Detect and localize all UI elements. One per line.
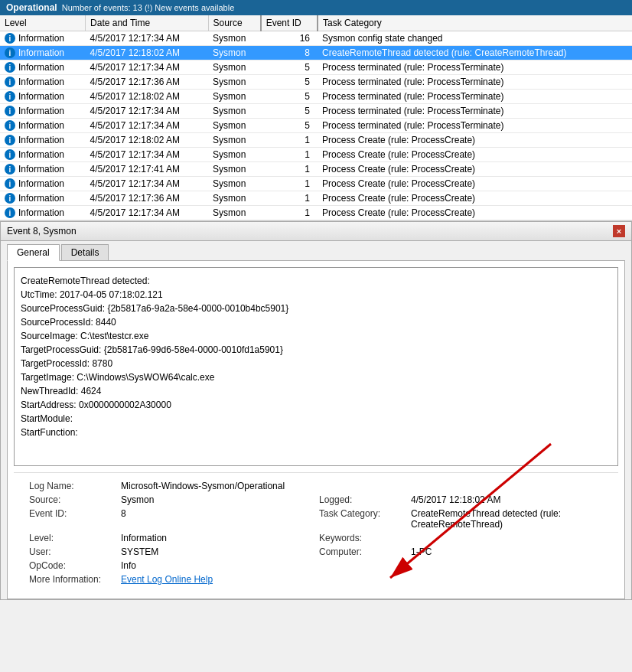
eventid-cell: 16 bbox=[261, 31, 318, 46]
datetime-cell: 4/5/2017 12:17:34 AM bbox=[86, 31, 208, 46]
level-cell: iInformation bbox=[0, 75, 86, 90]
datetime-cell: 4/5/2017 12:17:34 AM bbox=[86, 148, 208, 162]
event-id-label: Event ID: bbox=[26, 507, 118, 531]
info-icon: i bbox=[5, 149, 15, 160]
info-icon: i bbox=[5, 106, 15, 116]
source-cell: Sysmon bbox=[208, 60, 261, 75]
info-icon: i bbox=[5, 193, 15, 204]
table-row[interactable]: iInformation4/5/2017 12:17:34 AMSysmon5P… bbox=[0, 119, 632, 133]
datetime-cell: 4/5/2017 12:18:02 AM bbox=[86, 46, 208, 60]
category-cell: Process terminated (rule: ProcessTermina… bbox=[318, 75, 632, 90]
source-cell: Sysmon bbox=[208, 162, 261, 177]
source-cell: Sysmon bbox=[208, 90, 261, 104]
category-cell: Process Create (rule: ProcessCreate) bbox=[318, 206, 632, 220]
level-text: Information bbox=[18, 207, 64, 218]
col-level[interactable]: Level bbox=[0, 15, 86, 31]
col-eventid[interactable]: Event ID bbox=[261, 15, 318, 31]
level-cell: iInformation bbox=[0, 133, 86, 148]
level-cell: iInformation bbox=[0, 46, 86, 60]
user-value: SYSTEM bbox=[118, 545, 316, 559]
category-cell: Process Create (rule: ProcessCreate) bbox=[318, 148, 632, 162]
top-bar-title: Operational bbox=[6, 2, 57, 13]
source-cell: Sysmon bbox=[208, 31, 261, 46]
datetime-cell: 4/5/2017 12:18:02 AM bbox=[86, 133, 208, 148]
level-text: Information bbox=[18, 193, 64, 204]
tab-general[interactable]: General bbox=[7, 244, 60, 261]
opcode-value: Info bbox=[118, 559, 316, 573]
info-icon: i bbox=[5, 164, 15, 175]
datetime-cell: 4/5/2017 12:17:34 AM bbox=[86, 206, 208, 220]
table-row[interactable]: iInformation4/5/2017 12:18:02 AMSysmon8C… bbox=[0, 46, 632, 60]
level-text: Information bbox=[18, 120, 64, 131]
log-name-value: Microsoft-Windows-Sysmon/Operational bbox=[118, 479, 606, 493]
top-bar-info: Number of events: 13 (!) New events avai… bbox=[62, 3, 235, 12]
col-source[interactable]: Source bbox=[208, 15, 261, 31]
event-id-value: 8 bbox=[118, 507, 316, 531]
table-row[interactable]: iInformation4/5/2017 12:17:34 AMSysmon1P… bbox=[0, 177, 632, 191]
source-cell: Sysmon bbox=[208, 191, 261, 206]
eventid-cell: 5 bbox=[261, 119, 318, 133]
source-cell: Sysmon bbox=[208, 119, 261, 133]
level-cell: iInformation bbox=[0, 90, 86, 104]
level-value: Information bbox=[118, 531, 316, 545]
datetime-cell: 4/5/2017 12:17:36 AM bbox=[86, 191, 208, 206]
eventid-cell: 5 bbox=[261, 60, 318, 75]
eventid-cell: 5 bbox=[261, 104, 318, 119]
category-cell: Process terminated (rule: ProcessTermina… bbox=[318, 104, 632, 119]
close-button[interactable]: × bbox=[613, 225, 625, 237]
level-text: Information bbox=[18, 62, 64, 73]
category-cell: Process Create (rule: ProcessCreate) bbox=[318, 162, 632, 177]
datetime-cell: 4/5/2017 12:18:02 AM bbox=[86, 90, 208, 104]
event-table: Level Date and Time Source Event ID Task… bbox=[0, 15, 632, 220]
level-cell: iInformation bbox=[0, 162, 86, 177]
info-icon: i bbox=[5, 91, 15, 102]
keywords-value bbox=[408, 531, 606, 545]
event-log-link[interactable]: Event Log Online Help bbox=[121, 574, 213, 585]
table-row[interactable]: iInformation4/5/2017 12:18:02 AMSysmon1P… bbox=[0, 133, 632, 148]
table-row[interactable]: iInformation4/5/2017 12:17:36 AMSysmon5P… bbox=[0, 75, 632, 90]
source-cell: Sysmon bbox=[208, 177, 261, 191]
source-label: Source: bbox=[26, 493, 118, 507]
source-cell: Sysmon bbox=[208, 75, 261, 90]
info-icon: i bbox=[5, 135, 15, 145]
info-icon: i bbox=[5, 207, 15, 218]
tab-details[interactable]: Details bbox=[61, 244, 109, 260]
table-row[interactable]: iInformation4/5/2017 12:17:36 AMSysmon1P… bbox=[0, 191, 632, 206]
detail-title: Event 8, Sysmon bbox=[7, 226, 77, 237]
event-table-container: Level Date and Time Source Event ID Task… bbox=[0, 15, 632, 221]
table-row[interactable]: iInformation4/5/2017 12:17:34 AMSysmon1P… bbox=[0, 148, 632, 162]
log-name-label: Log Name: bbox=[26, 479, 118, 493]
datetime-cell: 4/5/2017 12:17:34 AM bbox=[86, 60, 208, 75]
info-icon: i bbox=[5, 178, 15, 189]
source-cell: Sysmon bbox=[208, 206, 261, 220]
level-text: Information bbox=[18, 33, 64, 44]
eventid-cell: 8 bbox=[261, 46, 318, 60]
level-cell: iInformation bbox=[0, 177, 86, 191]
info-icon: i bbox=[5, 62, 15, 73]
table-row[interactable]: iInformation4/5/2017 12:18:02 AMSysmon5P… bbox=[0, 90, 632, 104]
table-row[interactable]: iInformation4/5/2017 12:17:34 AMSysmon5P… bbox=[0, 104, 632, 119]
level-text: Information bbox=[18, 77, 64, 87]
table-row[interactable]: iInformation4/5/2017 12:17:34 AMSysmon1P… bbox=[0, 206, 632, 220]
category-cell: Process Create (rule: ProcessCreate) bbox=[318, 133, 632, 148]
source-cell: Sysmon bbox=[208, 133, 261, 148]
info-icon: i bbox=[5, 47, 15, 58]
eventid-cell: 5 bbox=[261, 75, 318, 90]
col-category[interactable]: Task Category bbox=[318, 15, 632, 31]
table-row[interactable]: iInformation4/5/2017 12:17:34 AMSysmon16… bbox=[0, 31, 632, 46]
event-text: CreateRemoteThread detected: UtcTime: 20… bbox=[14, 267, 618, 466]
category-cell: Process Create (rule: ProcessCreate) bbox=[318, 177, 632, 191]
eventid-cell: 5 bbox=[261, 90, 318, 104]
computer-value: 1-PC bbox=[408, 545, 606, 559]
level-text: Information bbox=[18, 135, 64, 145]
col-datetime[interactable]: Date and Time bbox=[86, 15, 208, 31]
level-cell: iInformation bbox=[0, 104, 86, 119]
source-cell: Sysmon bbox=[208, 104, 261, 119]
level-label: Level: bbox=[26, 531, 118, 545]
info-icon: i bbox=[5, 120, 15, 131]
category-cell: Sysmon config state changed bbox=[318, 31, 632, 46]
task-category-value: CreateRemoteThread detected (rule: Creat… bbox=[408, 507, 606, 531]
level-cell: iInformation bbox=[0, 119, 86, 133]
table-row[interactable]: iInformation4/5/2017 12:17:34 AMSysmon5P… bbox=[0, 60, 632, 75]
table-row[interactable]: iInformation4/5/2017 12:17:41 AMSysmon1P… bbox=[0, 162, 632, 177]
